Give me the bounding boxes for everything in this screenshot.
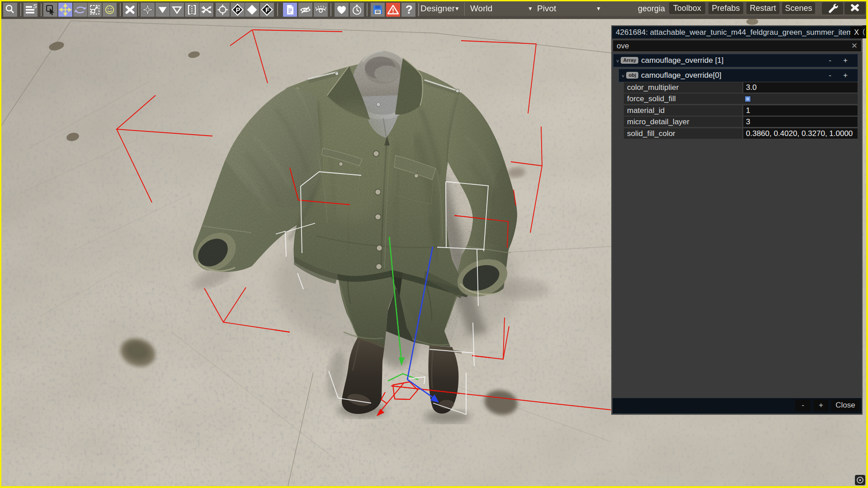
- svg-text:F: F: [265, 6, 269, 14]
- svg-text:?: ?: [406, 3, 413, 16]
- svg-text:P: P: [236, 6, 241, 14]
- svg-text:S: S: [33, 3, 37, 9]
